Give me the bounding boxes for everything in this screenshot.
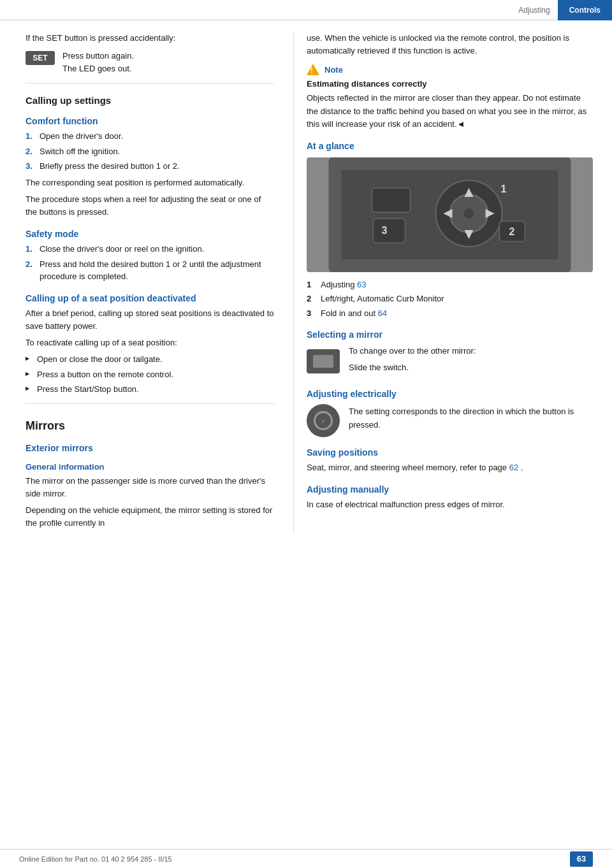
at-a-glance-title: At a glance: [307, 141, 593, 151]
safety-step-1: 1.Close the driver's door or reel on the…: [26, 243, 274, 256]
legend-num-2: 2: [307, 293, 321, 305]
left-column: If the SET button is pressed accidentall…: [0, 32, 293, 533]
svg-rect-12: [374, 219, 405, 243]
warning-triangle-icon: [307, 64, 319, 75]
selecting-mirror-title: Selecting a mirror: [307, 329, 593, 340]
exterior-mirrors-title: Exterior mirrors: [26, 443, 274, 453]
svg-text:3: 3: [382, 225, 388, 236]
safety-step-2: 2.Press and hold the desired button 1 or…: [26, 258, 274, 283]
legend-num-3: 3: [307, 307, 321, 320]
note-label: Note: [324, 65, 343, 75]
legend-item-3: 3 Fold in and out 64: [307, 307, 593, 320]
mirror-switch-icon: [307, 349, 340, 373]
mirror-controls-image: 1 2 3: [307, 157, 593, 272]
switch-inner: [313, 355, 333, 368]
svg-text:1: 1: [501, 184, 507, 194]
deactivated-para1: After a brief period, calling up stored …: [26, 307, 274, 333]
legend-num-1: 1: [307, 278, 321, 291]
right-intro: use. When the vehicle is unlocked via th…: [307, 32, 593, 57]
step-1: 1.Open the driver's door.: [26, 130, 274, 143]
deactivated-para2: To reactivate calling up of a seat posit…: [26, 336, 274, 349]
header-controls-label: Controls: [558, 0, 612, 20]
adj-button-inner: [314, 411, 333, 430]
saving-positions-para: Seat, mirror, and steering wheel memory,…: [307, 461, 593, 474]
step-2: 2.Switch off the ignition.: [26, 145, 274, 158]
adj-button-row: The setting corresponds to the direction…: [307, 404, 593, 437]
svg-text:2: 2: [509, 226, 515, 237]
general-information-title: General information: [26, 462, 274, 472]
header-adjusting-label: Adjusting: [511, 0, 557, 20]
note-content: Objects reflected in the mirror are clos…: [307, 93, 586, 128]
mirrors-title: Mirrors: [26, 419, 274, 433]
intro-text: If the SET button is pressed accidentall…: [26, 32, 274, 45]
general-info-para2: Depending on the vehicle equipment, the …: [26, 504, 274, 530]
bullet-1: Open or close the door or tailgate.: [26, 353, 274, 366]
note-body: Estimating distances correctly Objects r…: [307, 78, 593, 131]
set-button: SET: [26, 51, 55, 65]
divider-1: [26, 83, 274, 83]
comfort-para2: The procedure stops when a reel for adju…: [26, 193, 274, 219]
set-instructions: Press button again. The LED goes out.: [62, 50, 134, 75]
set-button-row: SET Press button again. The LED goes out…: [26, 50, 274, 75]
set-instruction-2: The LED goes out.: [62, 62, 134, 75]
legend-text-3: Fold in and out 64: [321, 307, 387, 320]
reactivate-bullets: Open or close the door or tailgate. Pres…: [26, 353, 274, 396]
note-header: Note: [307, 64, 593, 75]
safety-mode-title: Safety mode: [26, 229, 274, 239]
adj-button-icon: [307, 404, 340, 437]
divider-2: [26, 403, 274, 404]
legend-list: 1 Adjusting 63 2 Left/right, Automatic C…: [307, 278, 593, 320]
switch-row: To change over to the other mirror: Slid…: [307, 345, 593, 378]
note-title-text: Estimating distances correctly: [307, 78, 593, 90]
bullet-2: Press a button on the remote control.: [26, 368, 274, 381]
page-footer: Online Edition for Part no. 01 40 2 954 …: [0, 849, 612, 868]
step-3: 3.Briefly press the desired button 1 or …: [26, 160, 274, 173]
legend-item-2: 2 Left/right, Automatic Curb Monitor: [307, 293, 593, 305]
selecting-mirror-text: To change over to the other mirror: Slid…: [349, 345, 476, 378]
selecting-mirror-para2: Slide the switch.: [349, 361, 476, 374]
legend-text-2: Left/right, Automatic Curb Monitor: [321, 293, 444, 305]
legend-link-3[interactable]: 64: [378, 308, 387, 318]
svg-rect-14: [372, 188, 411, 212]
calling-up-settings-title: Calling up settings: [26, 95, 274, 106]
svg-point-8: [464, 208, 474, 219]
set-instruction-1: Press button again.: [62, 50, 134, 62]
page-header: Adjusting Controls: [0, 0, 612, 20]
adjusting-manually-para: In case of electrical malfunction press …: [307, 498, 593, 511]
mirror-controls-svg: 1 2 3: [307, 157, 593, 272]
main-content: If the SET button is pressed accidentall…: [0, 20, 612, 533]
comfort-function-title: Comfort function: [26, 116, 274, 126]
calling-up-deactivated-title: Calling up of a seat position deactivate…: [26, 293, 274, 303]
saving-positions-title: Saving positions: [307, 447, 593, 458]
bullet-3: Press the Start/Stop button.: [26, 383, 274, 396]
legend-link-1[interactable]: 63: [357, 280, 366, 289]
comfort-para1: The corresponding seat position is perfo…: [26, 177, 274, 189]
adjusting-electrically-para: The setting corresponds to the direction…: [349, 405, 593, 431]
adjusting-manually-title: Adjusting manually: [307, 484, 593, 495]
adjusting-electrically-title: Adjusting electrically: [307, 389, 593, 399]
legend-text-1: Adjusting 63: [321, 278, 367, 291]
comfort-function-steps: 1.Open the driver's door. 2.Switch off t…: [26, 130, 274, 173]
note-box: Note Estimating distances correctly Obje…: [307, 64, 593, 131]
footer-online-edition: Online Edition for Part no. 01 40 2 954 …: [19, 855, 172, 863]
right-column: use. When the vehicle is unlocked via th…: [293, 32, 612, 533]
saving-positions-link[interactable]: 62: [509, 463, 518, 472]
legend-item-1: 1 Adjusting 63: [307, 278, 593, 291]
selecting-mirror-para1: To change over to the other mirror:: [349, 345, 476, 358]
safety-mode-steps: 1.Close the driver's door or reel on the…: [26, 243, 274, 283]
general-info-para1: The mirror on the passenger side is more…: [26, 475, 274, 500]
footer-page-number: 63: [570, 851, 593, 867]
